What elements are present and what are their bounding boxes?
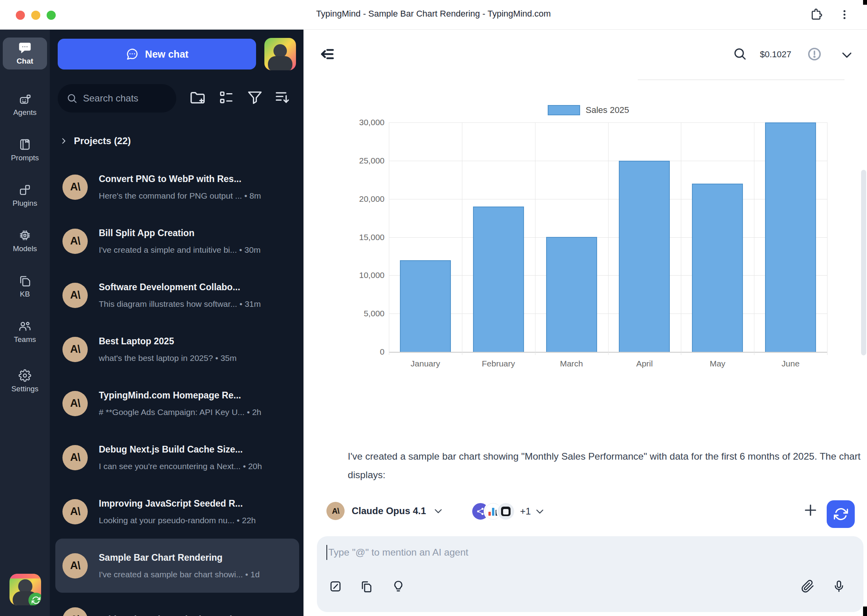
stack-icon (19, 274, 31, 287)
y-axis-tick: 25,000 (311, 156, 384, 165)
chat-list-item[interactable]: A\Debug Next.js Build Cache Size...I can… (55, 430, 299, 485)
nav-rail: Chat Agents Prompts Plugins (0, 30, 50, 616)
rail-item-label: Teams (14, 335, 36, 344)
plugins-extra-count: +1 (520, 506, 531, 517)
robot-icon (19, 93, 31, 105)
warning-circle-icon[interactable] (805, 46, 824, 62)
input-line: Type "@" to mention an AI agent (326, 545, 468, 560)
collapse-sidebar-icon[interactable] (317, 45, 340, 64)
rail-item-teams[interactable]: Teams (3, 316, 47, 348)
kebab-menu-icon[interactable] (839, 8, 850, 21)
add-button[interactable] (801, 502, 820, 518)
attachment-icon[interactable] (801, 580, 814, 593)
chevron-down-icon (535, 506, 545, 516)
x-axis-tick: April (608, 359, 681, 368)
gridline (389, 122, 389, 355)
profile-avatar[interactable] (264, 38, 296, 70)
user-avatar[interactable] (9, 574, 41, 605)
chat-list-item[interactable]: A\Add Dark Mode to PluginPermi... (55, 593, 299, 616)
plugins-selector[interactable]: +1 (469, 501, 547, 521)
search-messages-icon[interactable] (730, 46, 749, 61)
x-axis-tick: January (389, 359, 462, 368)
legend-swatch (548, 105, 580, 115)
rail-item-label: Chat (17, 57, 33, 66)
bar-may[interactable] (692, 184, 743, 352)
main-content: $0.1027 Sales 2025 30,00025,00020,00015,… (303, 30, 867, 616)
chat-title: Add Dark Mode to PluginPermi... (99, 614, 240, 616)
y-axis-tick: 15,000 (311, 233, 384, 242)
bar-june[interactable] (765, 122, 816, 352)
bar-march[interactable] (546, 237, 597, 352)
rail-item-label: Prompts (11, 154, 39, 162)
rail-item-chat[interactable]: Chat (3, 38, 47, 69)
chat-snippet: # **Google Ads Campaign: API Key U... • … (99, 408, 261, 417)
pages-icon[interactable] (360, 580, 373, 593)
message-input-box[interactable]: Type "@" to mention an AI agent (317, 536, 863, 612)
chat-title: Improving JavaScript Seeded R... (99, 498, 256, 509)
bar-april[interactable] (619, 161, 670, 352)
rail-item-prompts[interactable]: Prompts (3, 134, 47, 166)
x-axis-tick: June (754, 359, 827, 368)
anthropic-avatar: A\ (62, 229, 88, 254)
anthropic-avatar: A\ (62, 391, 88, 416)
anthropic-avatar: A\ (62, 175, 88, 200)
gridline (608, 122, 609, 355)
sort-icon[interactable] (273, 89, 291, 106)
projects-section-toggle[interactable]: Projects (22) (60, 135, 131, 146)
rail-item-agents[interactable]: Agents (3, 89, 47, 121)
gridline (535, 122, 535, 355)
regenerate-button[interactable] (827, 500, 855, 528)
y-axis-tick: 10,000 (311, 270, 384, 280)
chat-title: Bill Split App Creation (99, 228, 260, 239)
rail-item-settings[interactable]: Settings (3, 365, 47, 397)
scrollbar-thumb[interactable] (861, 170, 866, 355)
chat-snippet: I've created a simple and intuitive bi..… (99, 245, 260, 255)
chat-list-item[interactable]: A\TypingMind.com Homepage Re...# **Googl… (55, 376, 299, 430)
canvas-edit-icon[interactable] (329, 580, 342, 593)
input-placeholder: Type "@" to mention an AI agent (328, 547, 468, 558)
text-caret (326, 545, 327, 560)
anthropic-avatar: A\ (62, 607, 88, 616)
lightbulb-icon[interactable] (392, 580, 405, 593)
rail-item-plugins[interactable]: Plugins (3, 180, 47, 212)
new-folder-icon[interactable] (189, 89, 207, 107)
chat-snippet: Here's the command for PNG output ... • … (99, 191, 261, 201)
bulk-select-icon[interactable] (218, 89, 235, 106)
rail-item-models[interactable]: Models (3, 225, 47, 257)
x-axis-tick: May (681, 359, 754, 368)
model-selector[interactable]: A\ Claude Opus 4.1 (324, 501, 446, 520)
microphone-icon[interactable] (832, 580, 846, 593)
cost-display[interactable]: $0.1027 (760, 49, 792, 60)
y-axis-tick: 20,000 (311, 194, 384, 204)
search-chats-box (58, 84, 176, 113)
anthropic-avatar: A\ (326, 502, 345, 520)
gridline (827, 122, 827, 355)
bar-january[interactable] (400, 260, 451, 352)
chat-snippet: I've created a sample bar chart showi...… (99, 570, 260, 579)
rail-item-label: Settings (11, 385, 39, 393)
chart-legend[interactable]: Sales 2025 (548, 105, 629, 115)
anthropic-avatar: A\ (62, 337, 88, 362)
bar-february[interactable] (473, 207, 524, 352)
new-chat-button[interactable]: New chat (58, 39, 256, 69)
extensions-icon[interactable] (809, 8, 823, 21)
rail-item-kb[interactable]: KB (3, 270, 47, 302)
sales-bar-chart: Sales 2025 30,00025,00020,00015,00010,00… (303, 105, 867, 421)
search-chats-input[interactable] (82, 92, 165, 104)
model-row: A\ Claude Opus 4.1 +1 (303, 501, 867, 531)
chat-list-item[interactable]: A\Improving JavaScript Seeded R...Lookin… (55, 485, 299, 539)
chat-list-item[interactable]: A\Sample Bar Chart RenderingI've created… (55, 539, 299, 593)
anthropic-avatar: A\ (62, 499, 88, 524)
chat-list-item[interactable]: A\Bill Split App CreationI've created a … (55, 214, 299, 268)
chat-snippet: This diagram illustrates how softwar... … (99, 299, 261, 309)
chat-title: TypingMind.com Homepage Re... (99, 390, 261, 401)
chat-list-item[interactable]: A\Best Laptop 2025what's the best laptop… (55, 322, 299, 376)
filter-icon[interactable] (246, 89, 264, 106)
chevron-down-icon[interactable] (838, 48, 856, 62)
chat-list-item[interactable]: A\Software Development Collabo...This di… (55, 268, 299, 322)
chat-list-item[interactable]: A\Convert PNG to WebP with Res...Here's … (55, 160, 299, 214)
anthropic-avatar: A\ (62, 445, 88, 470)
y-axis-tick: 30,000 (311, 118, 384, 127)
chat-title: Convert PNG to WebP with Res... (99, 174, 261, 184)
chat-snippet: I can see you're encountering a Next... … (99, 462, 262, 471)
